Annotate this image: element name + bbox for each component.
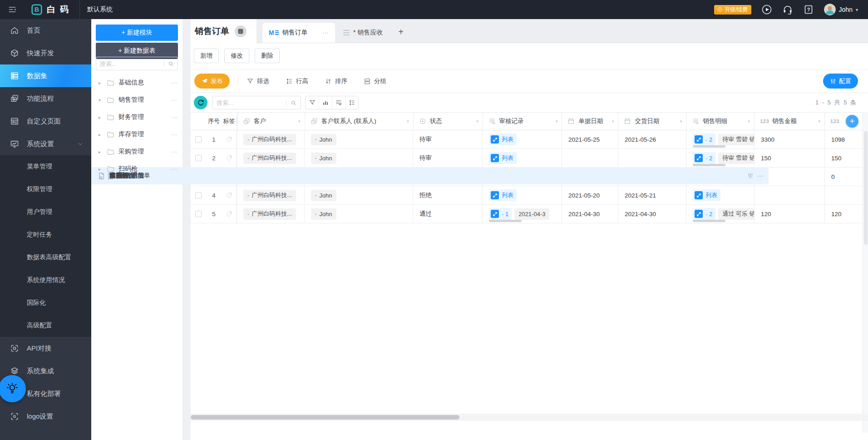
submenu-item-advanced-config[interactable]: 高级配置 <box>0 314 91 337</box>
filter-tool[interactable]: 筛选 <box>247 77 269 85</box>
chevron-down-icon[interactable]: ▾ <box>298 119 301 124</box>
sidebar-item-datasets[interactable]: 数据集 <box>0 64 91 87</box>
caret-right-icon[interactable]: ▸ <box>99 132 103 137</box>
customer-chip[interactable]: 广州白码科技... <box>243 134 296 145</box>
config-button[interactable]: 配置 <box>823 74 858 89</box>
caret-right-icon[interactable]: ▸ <box>99 80 103 85</box>
chevron-down-icon[interactable]: ▾ <box>819 119 821 124</box>
caret-right-icon[interactable]: ▸ <box>99 149 103 154</box>
table-row[interactable]: 2 广州白码科技... John 待审 列表 · 2待审 雪碧 销售 150 1… <box>191 149 868 168</box>
detail-list-button[interactable]: · 2 <box>693 152 715 164</box>
headset-support-icon[interactable] <box>782 4 793 15</box>
submenu-item-permission-mgmt[interactable]: 权限管理 <box>0 178 91 201</box>
table-row[interactable]: 1 广州白码科技... John 待审 列表 2021-05-25 2021-0… <box>191 130 868 149</box>
sidebar-item-system-settings[interactable]: 系统设置 <box>0 133 91 155</box>
caret-down-icon[interactable]: ▾ <box>99 98 103 103</box>
row-checkbox[interactable] <box>195 136 202 143</box>
contact-chip[interactable]: John <box>311 190 336 201</box>
audit-list-button[interactable]: 列表 <box>489 152 517 164</box>
column-header-audit[interactable]: 审核记录 ▾ <box>483 113 562 130</box>
contact-chip[interactable]: John <box>311 208 336 220</box>
new-module-button[interactable]: + 新建模块 <box>96 25 178 41</box>
horizontal-scrollbar-thumb[interactable] <box>191 415 459 420</box>
sidebar-item-api[interactable]: API对接 <box>0 337 91 360</box>
app-logo[interactable]: B 白码 <box>31 4 73 15</box>
column-header-status[interactable]: 状态 ▾ <box>414 113 483 130</box>
panel-search-input[interactable] <box>96 60 164 67</box>
chevron-down-icon[interactable]: ▾ <box>407 119 409 124</box>
tab-sales-receivable[interactable]: * 销售应收 <box>335 23 391 43</box>
row-height-tool[interactable]: 行高 <box>286 77 308 85</box>
group-tool[interactable]: 分组 <box>364 77 386 85</box>
more-icon[interactable]: ⋯ <box>171 131 178 138</box>
column-header-doc-date[interactable]: 单据日期 ▾ <box>562 113 618 130</box>
detail-list-button[interactable]: · 2 <box>693 133 715 145</box>
submenu-item-scheduled-tasks[interactable]: 定时任务 <box>0 223 91 246</box>
submenu-item-user-mgmt[interactable]: 用户管理 <box>0 201 91 223</box>
submenu-item-menu-mgmt[interactable]: 菜单管理 <box>0 155 91 178</box>
cell-scrollbar[interactable] <box>693 145 725 148</box>
tab-sales-order[interactable]: M 销售订单 ⋯ <box>262 23 335 43</box>
upgrade-badge[interactable]: 升级/续费 <box>714 5 751 15</box>
detail-preview-chip[interactable]: 通过 可乐 销售 <box>718 208 755 220</box>
line-height-icon-button[interactable] <box>345 96 358 109</box>
row-checkbox[interactable] <box>195 155 202 161</box>
contact-chip[interactable]: John <box>311 134 336 145</box>
play-video-icon[interactable] <box>761 4 772 15</box>
chart-icon-button[interactable] <box>319 96 332 109</box>
grid-view-badge[interactable] <box>235 25 247 37</box>
search-icon[interactable] <box>290 99 297 106</box>
delete-button[interactable]: 删除 <box>255 49 280 63</box>
sidebar-item-workflow[interactable]: 功能流程 <box>0 87 91 110</box>
row-checkbox[interactable] <box>195 211 202 217</box>
list-settings-icon-button[interactable] <box>332 96 345 109</box>
submenu-item-i18n[interactable]: 国际化 <box>0 292 91 314</box>
horizontal-scrollbar[interactable] <box>191 414 868 421</box>
sort-tool[interactable]: 排序 <box>325 77 347 85</box>
sidebar-item-logo-settings[interactable]: G logo设置 <box>0 405 91 428</box>
chevron-down-icon[interactable]: ▾ <box>680 119 682 124</box>
vertical-scrollbar[interactable] <box>863 112 868 433</box>
sidebar-item-quick-dev[interactable]: 快速开发 <box>0 42 91 64</box>
chevron-down-icon[interactable]: ▾ <box>556 119 558 124</box>
cell-scrollbar[interactable] <box>489 220 522 222</box>
audit-list-button[interactable]: 列表 <box>489 189 517 201</box>
submenu-item-table-advanced-config[interactable]: 数据表高级配置 <box>0 246 91 269</box>
chevron-down-icon[interactable]: ▾ <box>612 119 614 124</box>
more-icon[interactable]: ⋯ <box>171 96 178 104</box>
column-header-detail[interactable]: 销售明细 ▾ <box>686 113 755 130</box>
tab-more-icon[interactable]: ⋯ <box>322 29 329 36</box>
tree-table-user[interactable]: 用户 ⋯ <box>91 167 769 184</box>
caret-right-icon[interactable]: ▸ <box>99 115 103 120</box>
filter-icon-button[interactable] <box>306 96 319 109</box>
tree-folder-basic-info[interactable]: ▸ 基础信息 ⋯ <box>91 74 182 91</box>
sidebar-item-home[interactable]: 首页 <box>0 19 91 42</box>
sidebar-item-custom-pages[interactable]: 自定义页面 <box>0 110 91 133</box>
audit-list-button[interactable]: · 1 <box>489 208 512 220</box>
publish-button[interactable]: 发布 <box>194 74 230 89</box>
column-header-num[interactable]: 序号 <box>206 117 222 125</box>
customer-chip[interactable]: 广州白码科技... <box>243 153 296 164</box>
detail-preview-chip[interactable]: 待审 雪碧 销售 <box>718 134 755 145</box>
detail-list-button[interactable]: 列表 <box>693 189 720 201</box>
customer-chip[interactable]: 广州白码科技... <box>243 190 296 201</box>
column-header-contact[interactable]: 客户联系人 (联系人) ▾ <box>305 113 414 130</box>
add-tab-button[interactable]: + <box>398 27 404 37</box>
user-menu[interactable]: John ▾ <box>824 4 858 15</box>
tree-folder-inventory-mgmt[interactable]: ▸ 库存管理 ⋯ <box>91 126 182 143</box>
detail-preview-chip[interactable]: 待审 雪碧 销售 <box>718 153 755 164</box>
audit-list-button[interactable]: 列表 <box>489 133 517 145</box>
table-row[interactable]: 5 广州白码科技... John 通过 · 12021-04-3 2021-04… <box>191 205 868 223</box>
contact-chip[interactable]: John <box>311 153 336 164</box>
cell-scrollbar[interactable] <box>693 164 725 166</box>
tree-folder-purchase-mgmt[interactable]: ▸ 采购管理 ⋯ <box>91 143 182 160</box>
table-row[interactable]: 4 广州白码科技... John 拒绝 列表 2021-05-20 2021-0… <box>191 186 868 205</box>
more-icon[interactable]: ⋯ <box>171 148 178 155</box>
collapse-sidebar-icon[interactable] <box>6 4 18 15</box>
table-search-input[interactable] <box>212 99 286 106</box>
refresh-button[interactable] <box>194 96 207 109</box>
edit-button[interactable]: 修改 <box>224 49 249 63</box>
tree-folder-finance-mgmt[interactable]: ▸ 财务管理 ⋯ <box>91 109 182 126</box>
chevron-down-icon[interactable]: ▾ <box>476 119 478 124</box>
sliders-icon[interactable] <box>747 173 754 179</box>
